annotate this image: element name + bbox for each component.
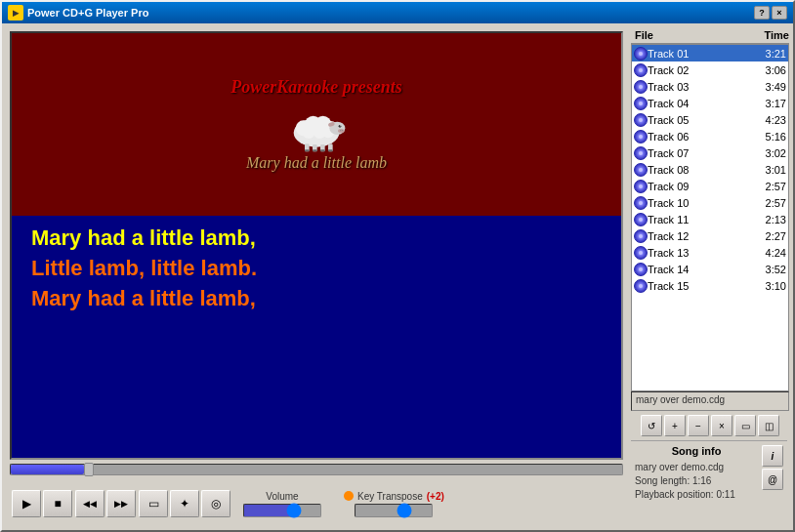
- track-item[interactable]: Track 122:27: [632, 227, 788, 244]
- skip-controls: ◀◀ ▶▶: [75, 490, 136, 517]
- track-item[interactable]: Track 013:21: [632, 45, 788, 61]
- track-name: Track 09: [648, 181, 757, 192]
- sheep-graphic: [277, 103, 356, 152]
- svg-point-20: [338, 129, 345, 133]
- queue-button[interactable]: ◫: [758, 415, 779, 436]
- track-disk-icon: [634, 196, 648, 210]
- key-slider[interactable]: [355, 504, 433, 517]
- svg-point-10: [340, 125, 341, 126]
- svg-point-22: [342, 130, 343, 131]
- track-item[interactable]: Track 134:24: [632, 244, 788, 261]
- track-disk-icon: [634, 113, 648, 127]
- progress-thumb[interactable]: [84, 463, 94, 476]
- video-title: PowerKaraoke presents: [230, 77, 402, 98]
- video-bottom: Mary had a little lamb, Little lamb, lit…: [12, 216, 621, 321]
- key-transpose-label: Key Transpose: [357, 491, 423, 502]
- window-controls: ? ×: [754, 6, 787, 20]
- track-name: Track 05: [648, 114, 757, 126]
- next-button[interactable]: ▶▶: [106, 490, 136, 517]
- track-disk-icon: [634, 229, 648, 243]
- fx-button[interactable]: ✦: [170, 490, 199, 517]
- volume-section: Volume: [243, 491, 321, 517]
- track-item[interactable]: Track 043:17: [632, 95, 788, 111]
- video-top: PowerKaraoke presents: [12, 33, 621, 216]
- track-time: 3:17: [757, 98, 786, 109]
- track-item[interactable]: Track 112:13: [632, 211, 788, 227]
- track-name: Track 08: [648, 164, 757, 176]
- close-button[interactable]: ×: [772, 6, 787, 20]
- track-item[interactable]: Track 092:57: [632, 178, 788, 194]
- sheep-container: [277, 103, 356, 152]
- track-item[interactable]: Track 054:23: [632, 111, 788, 128]
- prev-button[interactable]: ◀◀: [75, 490, 105, 517]
- track-item[interactable]: Track 023:06: [632, 61, 788, 78]
- track-list-container[interactable]: Track 013:21Track 023:06Track 033:49Trac…: [631, 44, 789, 391]
- track-name: Track 11: [648, 214, 757, 225]
- track-list-header: File Time: [631, 27, 789, 44]
- track-time: 3:49: [757, 81, 786, 93]
- screen-button[interactable]: ▭: [139, 490, 168, 517]
- track-name: Track 04: [648, 98, 757, 109]
- svg-point-21: [340, 130, 341, 131]
- track-disk-icon: [634, 80, 648, 94]
- track-disk-icon: [634, 279, 648, 293]
- track-disk-icon: [634, 63, 648, 77]
- progress-area[interactable]: [6, 462, 627, 479]
- track-name: Track 12: [648, 230, 757, 242]
- key-section: Key Transpose (+2): [344, 491, 444, 517]
- track-disk-icon: [634, 180, 648, 193]
- transport-controls: ▶ ■: [12, 490, 72, 517]
- rec-button[interactable]: ◎: [201, 490, 230, 517]
- clear-button[interactable]: ×: [711, 415, 732, 436]
- svg-rect-16: [305, 149, 310, 151]
- track-disk-icon: [634, 213, 648, 226]
- header-file: File: [631, 29, 755, 41]
- screen2-button[interactable]: ▭: [734, 415, 756, 436]
- track-name: Track 03: [648, 81, 757, 93]
- track-item[interactable]: Track 153:10: [632, 277, 788, 294]
- svg-rect-18: [320, 149, 325, 151]
- track-item[interactable]: Track 073:02: [632, 144, 788, 161]
- track-disk-icon: [634, 246, 648, 260]
- info-button[interactable]: i: [762, 445, 783, 467]
- track-item[interactable]: Track 143:52: [632, 261, 788, 277]
- svg-rect-19: [328, 149, 333, 151]
- repeat-button[interactable]: ↺: [641, 415, 662, 436]
- remove-button[interactable]: −: [688, 415, 709, 436]
- track-name: Track 13: [648, 247, 757, 259]
- track-time: 3:01: [757, 164, 786, 176]
- track-time: 3:06: [757, 64, 786, 76]
- track-time: 3:52: [757, 264, 786, 275]
- track-name: Track 01: [648, 48, 757, 60]
- add-button[interactable]: +: [664, 415, 686, 436]
- song-info-panel: Song info mary over demo.cdg Song length…: [631, 440, 787, 528]
- song-info-length: Song length: 1:16: [635, 474, 758, 488]
- at-button[interactable]: @: [762, 469, 783, 490]
- track-item[interactable]: Track 065:16: [632, 128, 788, 144]
- track-disk-icon: [634, 163, 648, 177]
- help-button[interactable]: ?: [754, 6, 770, 20]
- extra-controls: ▭ ✦ ◎: [139, 490, 230, 517]
- track-time: 4:23: [757, 114, 786, 126]
- track-name: Track 07: [648, 147, 757, 159]
- lyric-line-1: Mary had a little lamb,: [31, 224, 602, 254]
- track-item[interactable]: Track 083:01: [632, 161, 788, 178]
- track-disk-icon: [634, 130, 648, 143]
- app-icon: ▶: [8, 5, 23, 20]
- track-disk-icon: [634, 97, 648, 110]
- track-time: 2:57: [757, 181, 786, 192]
- svg-point-5: [302, 126, 314, 139]
- key-label: Key Transpose (+2): [344, 491, 444, 502]
- play-button[interactable]: ▶: [12, 490, 41, 517]
- volume-slider[interactable]: [243, 504, 321, 517]
- window-title: Power CD+G Player Pro: [27, 7, 754, 19]
- current-file-name: mary over demo.cdg: [636, 394, 725, 405]
- playback-controls: ▶ ■ ◀◀ ▶▶ ▭ ✦ ◎ Volume: [6, 479, 627, 528]
- current-file-bar: mary over demo.cdg: [631, 391, 789, 411]
- track-item[interactable]: Track 033:49: [632, 78, 788, 95]
- track-item[interactable]: Track 102:57: [632, 194, 788, 211]
- progress-bar-outer[interactable]: [10, 464, 623, 475]
- track-name: Track 06: [648, 131, 757, 143]
- stop-button[interactable]: ■: [43, 490, 72, 517]
- key-value: (+2): [427, 491, 444, 502]
